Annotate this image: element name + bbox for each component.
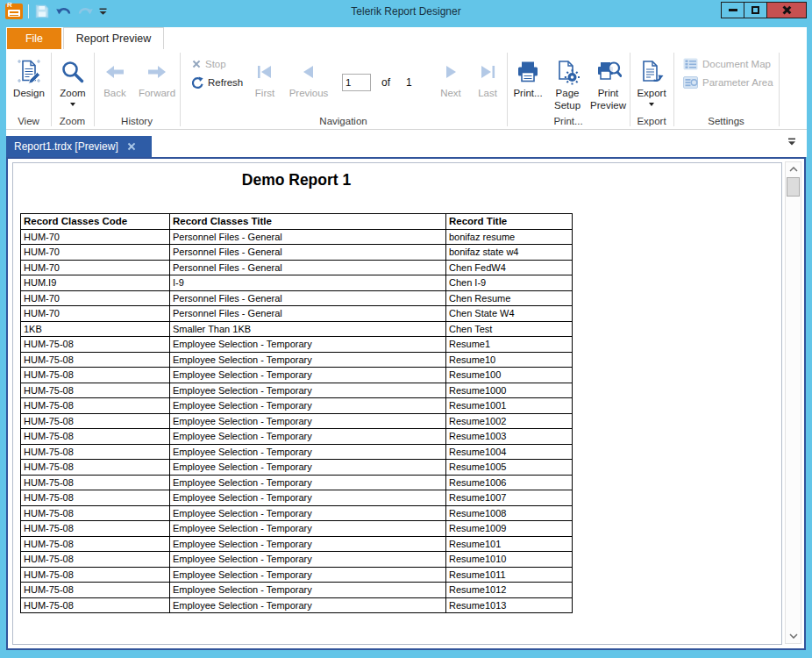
page-number-input[interactable]	[342, 74, 371, 91]
table-cell: HUM-70	[21, 229, 170, 245]
maximize-icon	[751, 6, 759, 14]
group-label-print: Print...	[507, 116, 630, 126]
page-of-label: of	[381, 76, 390, 89]
document-tab-close-icon[interactable]	[127, 142, 136, 151]
table-header-row: Record Classes CodeRecord Classes TitleR…	[21, 214, 573, 230]
table-row: HUM-75-08Employee Selection - TemporaryR…	[21, 536, 573, 552]
group-label-view: View	[6, 116, 51, 126]
page-count-label: 1	[406, 76, 412, 89]
table-cell: HUM-75-08	[21, 413, 170, 429]
tab-overflow-icon[interactable]	[787, 138, 796, 146]
next-page-label: Next	[440, 88, 461, 100]
table-cell: Employee Selection - Temporary	[170, 398, 446, 414]
tab-report-preview[interactable]: Report Preview	[63, 27, 164, 49]
table-row: HUM-75-08Employee Selection - TemporaryR…	[21, 398, 573, 414]
refresh-button-label: Refresh	[208, 77, 243, 88]
chevron-down-icon	[789, 633, 798, 639]
design-icon	[16, 56, 42, 88]
table-cell: HUM-75-08	[21, 536, 170, 552]
table-cell: Employee Selection - Temporary	[170, 567, 446, 583]
table-row: HUM-75-08Employee Selection - TemporaryR…	[21, 475, 573, 490]
group-label-history: History	[94, 116, 180, 126]
table-row: HUM-75-08Employee Selection - TemporaryR…	[21, 552, 573, 568]
stop-button[interactable]: Stop	[192, 56, 226, 72]
table-column-header: Record Classes Code	[21, 214, 170, 230]
document-map-button[interactable]: Document Map	[683, 56, 771, 72]
group-label-navigation: Navigation	[180, 116, 507, 126]
table-cell: Employee Selection - Temporary	[170, 490, 446, 506]
table-cell: Resume10	[446, 352, 573, 368]
table-cell: Chen Test	[446, 321, 573, 337]
design-button-label: Design	[13, 88, 45, 100]
maximize-button[interactable]	[744, 2, 767, 18]
table-cell: Employee Selection - Temporary	[170, 597, 446, 613]
table-cell: Smaller Than 1KB	[170, 321, 446, 337]
parameter-area-button[interactable]: Parameter Area	[683, 75, 773, 90]
forward-button-label: Forward	[139, 88, 175, 100]
table-cell: Employee Selection - Temporary	[170, 475, 446, 490]
table-row: HUM-70Personnel Files - GeneralChen Resu…	[21, 290, 573, 306]
table-cell: Employee Selection - Temporary	[170, 521, 446, 537]
table-cell: Resume1012	[446, 583, 573, 598]
window-title: Telerik Report Designer	[0, 5, 812, 18]
app-window: R Telerik Report Designer File	[0, 0, 812, 658]
table-cell: Personnel Files - General	[170, 229, 446, 245]
refresh-button[interactable]: Refresh	[190, 75, 243, 90]
table-cell: Resume1007	[446, 490, 573, 506]
ribbon: Design View Zoom Zoom Back Forward Histo…	[6, 49, 807, 130]
table-row: HUM-75-08Employee Selection - TemporaryR…	[21, 567, 573, 583]
tab-file[interactable]: File	[7, 28, 61, 49]
document-tab-label: Report1.trdx [Preview]	[14, 140, 118, 153]
table-cell: Chen State W4	[446, 306, 573, 322]
print-icon	[515, 56, 541, 88]
group-label-settings: Settings	[673, 116, 779, 126]
table-cell: bonifaz state w4	[446, 245, 573, 261]
first-page-icon	[254, 56, 275, 88]
table-cell: HUM-75-08	[21, 521, 170, 537]
table-row: HUM-75-08Employee Selection - TemporaryR…	[21, 337, 573, 353]
scroll-down-button[interactable]	[786, 629, 801, 643]
table-row: HUM-75-08Employee Selection - TemporaryR…	[21, 368, 573, 383]
scroll-up-button[interactable]	[786, 162, 801, 176]
document-tab[interactable]: Report1.trdx [Preview]	[6, 136, 152, 157]
table-row: HUM-70Personnel Files - GeneralChen Stat…	[21, 306, 573, 322]
report-page: Demo Report 1 Record Classes CodeRecord …	[12, 162, 782, 645]
table-cell: HUM-75-08	[21, 567, 170, 583]
table-cell: Resume1011	[446, 567, 573, 583]
last-page-label: Last	[478, 88, 497, 100]
table-cell: HUM-75-08	[21, 337, 170, 353]
table-cell: HUM-75-08	[21, 597, 170, 613]
table-row: HUM-75-08Employee Selection - TemporaryR…	[21, 444, 573, 460]
table-cell: HUM-75-08	[21, 429, 170, 445]
minimize-button[interactable]	[721, 2, 744, 18]
document-map-label: Document Map	[702, 59, 771, 69]
vertical-scrollbar[interactable]	[785, 161, 801, 644]
table-cell: HUM-75-08	[21, 552, 170, 568]
table-column-header: Record Title	[446, 214, 573, 230]
table-cell: HUM.I9	[21, 275, 170, 291]
print-preview-icon	[595, 56, 622, 88]
refresh-icon	[190, 76, 203, 89]
table-cell: Resume1004	[446, 444, 573, 460]
table-cell: Personnel Files - General	[170, 260, 446, 275]
next-page-icon	[440, 56, 461, 88]
report-table: Record Classes CodeRecord Classes TitleR…	[20, 213, 573, 613]
document-tabstrip: Report1.trdx [Preview]	[6, 130, 807, 157]
table-cell: Employee Selection - Temporary	[170, 429, 446, 445]
parameter-area-icon	[683, 76, 698, 89]
table-cell: Employee Selection - Temporary	[170, 413, 446, 429]
chevron-up-icon	[789, 167, 798, 172]
table-cell: Personnel Files - General	[170, 290, 446, 306]
table-cell: Resume1009	[446, 521, 573, 537]
scrollbar-thumb[interactable]	[787, 177, 800, 197]
table-cell: HUM-75-08	[21, 490, 170, 506]
print-button-label: Print...	[513, 88, 542, 100]
forward-icon	[146, 56, 168, 88]
table-cell: Resume1008	[446, 505, 573, 521]
zoom-icon	[61, 56, 85, 88]
table-cell: I-9	[170, 275, 446, 291]
stop-icon	[192, 60, 201, 68]
table-cell: Employee Selection - Temporary	[170, 368, 446, 383]
group-label-export: Export	[630, 116, 673, 126]
close-button[interactable]	[766, 2, 807, 18]
